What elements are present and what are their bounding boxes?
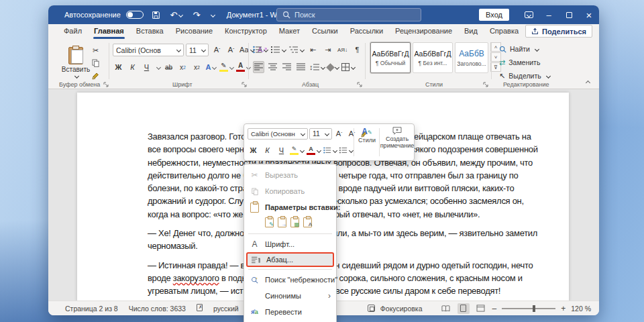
- tab-help[interactable]: Справка: [484, 24, 525, 39]
- quick-access-chevron-icon[interactable]: [211, 12, 215, 17]
- mini-italic-button[interactable]: К: [262, 144, 273, 156]
- increase-indent-button[interactable]: ⇥: [322, 44, 333, 56]
- menu-item-copy[interactable]: Копировать: [244, 183, 336, 199]
- mini-font-color-button[interactable]: А: [307, 144, 321, 156]
- decrease-indent-button[interactable]: ⇤: [307, 44, 319, 56]
- maximize-button[interactable]: [559, 5, 579, 24]
- page-indicator[interactable]: Страница 2 из 8: [65, 305, 118, 313]
- collapse-ribbon-icon[interactable]: [586, 80, 590, 85]
- menu-item-font[interactable]: А Шрифт...: [244, 236, 336, 252]
- search-box[interactable]: [276, 8, 421, 21]
- tab-file[interactable]: Файл: [58, 24, 88, 39]
- menu-item-paragraph[interactable]: Абзац...: [246, 252, 334, 267]
- paste-keep-source-icon[interactable]: ✎: [265, 217, 274, 227]
- tab-references[interactable]: Ссылки: [306, 24, 344, 39]
- language-indicator[interactable]: русский: [213, 305, 239, 313]
- clipboard-dialog-launcher-icon[interactable]: [103, 82, 109, 87]
- copy-button[interactable]: [90, 57, 101, 69]
- close-button[interactable]: ×: [579, 5, 599, 24]
- italic-button[interactable]: К: [127, 61, 138, 73]
- multilevel-list-button[interactable]: [289, 44, 304, 56]
- web-layout-icon[interactable]: [475, 303, 487, 314]
- search-input[interactable]: [294, 11, 395, 19]
- underline-button[interactable]: Ч: [141, 61, 152, 73]
- cut-button[interactable]: ✂: [90, 44, 101, 56]
- mini-numbering-button[interactable]: [339, 144, 353, 156]
- justify-button[interactable]: [295, 61, 307, 73]
- align-left-button[interactable]: [253, 61, 264, 73]
- show-marks-button[interactable]: ¶: [352, 44, 363, 56]
- mini-highlight-button[interactable]: ✎: [290, 144, 304, 156]
- sort-button[interactable]: АЯ↓: [337, 44, 348, 56]
- zoom-out-button[interactable]: –: [492, 304, 497, 313]
- proofing-errors-icon[interactable]: ✗: [197, 304, 203, 313]
- mini-styles-button[interactable]: А✎ Стили: [356, 127, 378, 144]
- tab-draw[interactable]: Рисование: [170, 24, 219, 39]
- tab-home[interactable]: Главная: [88, 24, 130, 39]
- bold-button[interactable]: Ж: [113, 61, 124, 73]
- align-right-button[interactable]: [281, 61, 292, 73]
- grow-font-button[interactable]: Аˆ: [211, 44, 223, 56]
- paste-button[interactable]: Вставить: [60, 42, 91, 83]
- subscript-button[interactable]: х2: [177, 61, 189, 73]
- numbering-button[interactable]: [271, 44, 286, 56]
- superscript-button[interactable]: х2: [191, 61, 203, 73]
- tab-design[interactable]: Конструктор: [219, 24, 273, 39]
- redo-button[interactable]: ↷: [189, 8, 204, 21]
- text-effects-button[interactable]: А: [205, 61, 217, 73]
- mini-bullets-button[interactable]: [323, 144, 337, 156]
- menu-item-smart-lookup[interactable]: Поиск "небрежности": [244, 272, 336, 288]
- signin-button[interactable]: Вход: [479, 9, 509, 21]
- mini-bold-button[interactable]: Ж: [248, 144, 259, 156]
- select-button[interactable]: ↖ Выделить: [499, 70, 550, 82]
- font-dialog-launcher-icon[interactable]: [241, 82, 247, 87]
- format-painter-button[interactable]: [90, 70, 101, 82]
- font-name-combo[interactable]: Calibri (Основ: [113, 44, 184, 56]
- tab-review[interactable]: Рецензирование: [389, 24, 458, 39]
- highlight-color-button[interactable]: ✎: [219, 61, 233, 73]
- new-comment-button[interactable]: Создать примечание: [380, 127, 414, 149]
- share-button[interactable]: Поделиться: [525, 25, 592, 38]
- print-layout-icon[interactable]: [458, 303, 470, 314]
- tab-view[interactable]: Вид: [458, 24, 484, 39]
- mini-underline-button[interactable]: Ч: [276, 144, 287, 156]
- mini-font-name-combo[interactable]: Calibri (Основн: [248, 128, 308, 140]
- shading-button[interactable]: [327, 61, 339, 73]
- undo-button[interactable]: ↶: [169, 8, 184, 21]
- read-mode-icon[interactable]: [440, 303, 452, 314]
- align-center-button[interactable]: [267, 61, 278, 73]
- menu-item-translate[interactable]: я̂а Перевести: [244, 304, 336, 320]
- word-count[interactable]: Число слов: 3633: [129, 305, 186, 313]
- style-no-spacing[interactable]: АаБбВвГгД ¶ Без инт...: [413, 42, 453, 73]
- paragraph-dialog-launcher-icon[interactable]: [357, 82, 362, 87]
- paste-picture-icon[interactable]: ▦: [290, 217, 299, 227]
- line-spacing-button[interactable]: ↕: [309, 61, 325, 73]
- autosave-toggle[interactable]: [126, 11, 144, 19]
- mini-grow-font-button[interactable]: Аˆ: [333, 127, 345, 140]
- shrink-font-button[interactable]: Аˇ: [225, 44, 237, 56]
- borders-button[interactable]: [341, 61, 355, 73]
- zoom-level[interactable]: 120 %: [571, 305, 591, 313]
- style-normal[interactable]: АаБбВвГгД ¶ Обычный: [370, 42, 411, 73]
- save-icon[interactable]: [149, 8, 164, 21]
- tab-layout[interactable]: Макет: [273, 24, 306, 39]
- mini-font-size-combo[interactable]: 11: [309, 128, 332, 140]
- style-heading1[interactable]: АаБбВ Заголово...: [455, 42, 488, 73]
- find-button[interactable]: Найти: [499, 43, 539, 55]
- styles-dialog-launcher-icon[interactable]: [483, 82, 488, 87]
- minimize-button[interactable]: –: [539, 5, 559, 24]
- font-size-combo[interactable]: 11: [186, 44, 209, 56]
- zoom-in-button[interactable]: +: [561, 304, 566, 313]
- zoom-slider-thumb[interactable]: [533, 305, 535, 312]
- menu-item-cut[interactable]: ✂ Вырезать: [244, 167, 336, 183]
- paste-merge-formatting-icon[interactable]: →: [278, 217, 286, 227]
- ribbon-display-options-button[interactable]: [519, 5, 539, 24]
- zoom-slider[interactable]: [502, 308, 555, 309]
- strikethrough-button[interactable]: ab: [163, 61, 174, 73]
- menu-item-synonyms[interactable]: Синонимы ›: [244, 288, 336, 304]
- tab-mailings[interactable]: Рассылки: [344, 24, 389, 39]
- change-case-button[interactable]: Аа: [239, 44, 254, 56]
- focus-mode-button[interactable]: Фокусировка: [380, 305, 423, 313]
- paste-text-only-icon[interactable]: А: [303, 217, 312, 227]
- tab-insert[interactable]: Вставка: [130, 24, 170, 39]
